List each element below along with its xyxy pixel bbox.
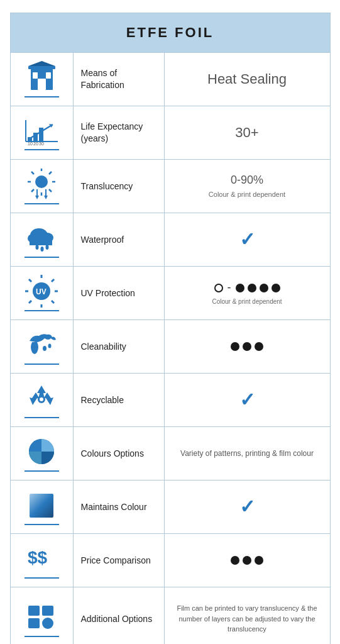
svg-point-49: [40, 397, 43, 401]
table-row: Waterproof ✓: [11, 213, 330, 267]
table-row: UV UV Protection - Colour & print depend…: [11, 267, 330, 320]
svg-text:30: 30: [39, 142, 44, 146]
svg-text:10: 10: [28, 142, 33, 146]
life-expectancy-value: 30+: [165, 106, 330, 159]
table-row: $$ Price Comparison: [11, 534, 330, 587]
translucency-label: Translucency: [74, 160, 165, 213]
life-expectancy-label: Life Expectancy (years): [74, 106, 165, 159]
table-row: Maintains Colour ✓: [11, 480, 330, 534]
svg-marker-26: [35, 196, 39, 199]
svg-marker-28: [44, 196, 48, 199]
svg-marker-5: [28, 61, 55, 66]
table-row: Translucency 0-90% Colour & print depend…: [11, 160, 330, 213]
additional-value: Film can be printed to vary translucency…: [165, 587, 330, 644]
svg-point-33: [36, 245, 39, 250]
cleanability-icon: [23, 328, 60, 365]
svg-rect-55: [28, 618, 40, 628]
etfe-foil-table: ETFE FOIL Means of Fabrication Heat Se: [10, 13, 331, 644]
svg-text:20: 20: [33, 142, 38, 146]
svg-point-34: [41, 247, 44, 252]
svg-point-35: [46, 245, 49, 250]
uv-icon: UV: [23, 275, 60, 312]
uv-value: - Colour & print dependent: [165, 267, 330, 319]
svg-rect-53: [28, 606, 40, 616]
additional-icon-cell: [11, 587, 74, 644]
cleanability-icon-cell: [11, 320, 74, 373]
svg-line-41: [29, 279, 31, 282]
svg-point-46: [43, 346, 47, 351]
uv-icon-cell: UV: [11, 267, 74, 319]
price-label: Price Comparison: [74, 534, 165, 587]
recyclable-label: Recyclable: [74, 374, 165, 426]
table-row: Additional Options Film can be printed t…: [11, 587, 330, 644]
maintains-colour-value: ✓: [165, 480, 330, 533]
svg-rect-1: [33, 72, 38, 79]
svg-line-22: [49, 172, 52, 174]
table-row: Colours Options Variety of patterns, pri…: [11, 427, 330, 480]
fabrication-icon-cell: [11, 53, 74, 106]
svg-line-44: [52, 301, 54, 303]
maintains-colour-icon-cell: [11, 480, 74, 533]
life-expectancy-icon: 10 20 30: [23, 115, 60, 151]
colours-icon-cell: [11, 427, 74, 480]
price-icon-cell: $$: [11, 534, 74, 587]
translucency-value: 0-90% Colour & print dependent: [165, 160, 330, 213]
svg-rect-2: [46, 72, 51, 79]
table-title: ETFE FOIL: [11, 13, 330, 53]
svg-text:$$: $$: [28, 548, 48, 567]
fabrication-value: Heat Sealing: [165, 53, 330, 106]
additional-label: Additional Options: [74, 587, 165, 644]
translucency-icon: [23, 168, 60, 205]
svg-rect-51: [30, 494, 53, 518]
table-row: 10 20 30 Life Expectancy (years) 30+: [11, 106, 330, 160]
svg-rect-4: [28, 66, 55, 69]
price-value: [165, 534, 330, 587]
colours-icon: [23, 435, 60, 472]
svg-rect-3: [38, 79, 46, 90]
additional-icon: [23, 601, 60, 638]
table-row: Cleanability: [11, 320, 330, 374]
recyclable-icon: [23, 382, 60, 419]
svg-line-43: [29, 301, 31, 303]
waterproof-icon-cell: [11, 213, 74, 266]
colours-label: Colours Options: [74, 427, 165, 480]
table-row: Recyclable ✓: [11, 374, 330, 427]
waterproof-value: ✓: [165, 213, 330, 266]
maintains-colour-icon: [23, 489, 60, 526]
maintains-colour-label: Maintains Colour: [74, 480, 165, 533]
colours-value: Variety of patterns, printing & film col…: [165, 427, 330, 480]
waterproof-label: Waterproof: [74, 213, 165, 266]
recyclable-value: ✓: [165, 374, 330, 426]
waterproof-icon: [23, 221, 60, 258]
fabrication-icon: [25, 61, 59, 98]
cleanability-label: Cleanability: [74, 320, 165, 373]
svg-line-24: [49, 189, 52, 192]
translucency-icon-cell: [11, 160, 74, 213]
cleanability-value: [165, 320, 330, 373]
life-expectancy-icon-cell: 10 20 30: [11, 106, 74, 159]
svg-line-23: [31, 189, 34, 192]
svg-point-47: [48, 343, 52, 348]
fabrication-label: Means of Fabrication: [74, 53, 165, 106]
svg-rect-32: [30, 238, 52, 245]
svg-point-56: [42, 618, 53, 629]
price-icon: $$: [23, 542, 60, 579]
svg-line-42: [52, 279, 54, 282]
svg-line-21: [31, 172, 34, 174]
svg-text:UV: UV: [36, 287, 47, 296]
recyclable-icon-cell: [11, 374, 74, 426]
uv-label: UV Protection: [74, 267, 165, 319]
svg-point-16: [35, 175, 48, 188]
table-row: Means of Fabrication Heat Sealing: [11, 53, 330, 106]
svg-rect-54: [42, 606, 53, 616]
